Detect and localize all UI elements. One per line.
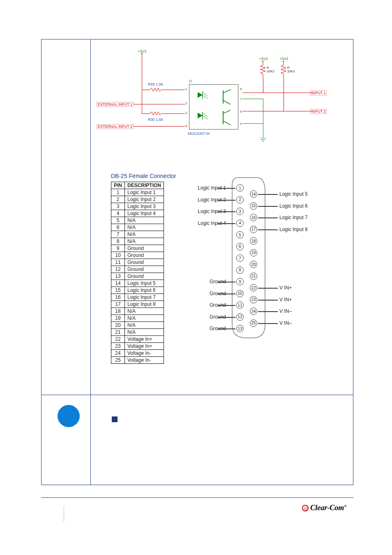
pin-cell: 14 [111,280,125,287]
desc-cell: Ground [125,259,164,266]
desc-cell: Voltage In- [125,357,164,364]
table-row: 21N/A [111,329,164,336]
table-row: 7N/A [111,231,164,238]
connector-label-right: Logic Input 8 [279,227,329,232]
brand-logo: Clear-Com® [302,504,347,512]
table-row: 2Logic Input 2 [111,196,164,203]
connector-pin: 10 [236,290,244,297]
pin-cell: 7 [111,231,125,238]
footer-rule [41,497,353,498]
table-row: 3Logic Input 3 [111,203,164,210]
brand-name: Clear-Com® [310,504,347,512]
out2-wire [242,111,312,111]
table-row: 19N/A [111,315,164,322]
connector-pin: 8 [236,266,244,274]
desc-cell: N/A [125,217,164,224]
pin-cell: 19 [111,315,125,322]
connector-pin: 9 [236,278,244,285]
connector-pin: 2 [236,196,244,204]
connector-lead [258,300,278,301]
rail-node [141,53,143,54]
rail-label-mid: +3V3 [259,57,267,61]
ic-pin-1: 1 [185,87,187,91]
connector-lead [218,317,235,318]
out2-vwire [284,79,284,111]
desc-cell: N/A [125,329,164,336]
table-row: 5N/A [111,217,164,224]
pin-cell: 3 [111,203,125,210]
pin-cell: 25 [111,357,125,364]
svg-line-13 [223,100,231,104]
connector-lead [218,294,235,294]
connector-pin: 7 [236,254,244,262]
ic-pin-5: 5 [240,122,242,126]
desc-cell: Logic Input 3 [125,203,164,210]
connector-pin: 14 [250,190,257,198]
ic-ref: U [189,79,192,83]
connector-pin: 1 [236,184,244,192]
connector-pin: 22 [250,284,257,291]
connector-lead [258,194,278,195]
r29-wire-out [161,90,185,90]
connector-label-right: Logic Input 6 [279,203,329,209]
pin-cell: 10 [111,252,125,259]
out1-vwire [263,79,263,92]
pin-cell: 1 [111,189,125,196]
pin-header-pin: PIN [111,182,125,189]
desc-cell: Ground [125,252,164,259]
connector-label-right: V IN+ [279,297,329,303]
pin-cell: 12 [111,266,125,273]
connector-label-right: Logic Input 7 [279,215,329,220]
svg-line-15 [223,110,231,113]
brand-text: Clear-Com [310,504,344,512]
pullup-label-left: R 33K2 [267,66,274,73]
desc-cell: N/A [125,308,164,315]
extin2-wire [134,126,185,127]
desc-cell: Ground [125,266,164,273]
r30-icon [150,112,161,115]
pin-cell: 2 [111,196,125,203]
r29-icon [150,88,161,91]
table-row: 1Logic Input 1 [111,189,164,196]
table-row: 12Ground [111,266,164,273]
connector-pin: 24 [250,308,257,315]
pullup-label-right: R 33K2 [287,66,295,73]
connector-lead [218,282,235,282]
table-row: 22Voltage In+ [111,336,164,343]
table-row: 6N/A [111,224,164,231]
connector-lead [258,229,278,230]
connector-lead [258,206,278,207]
photo-tr1-icon [218,88,235,106]
pin-cell: 5 [111,217,125,224]
ext-input1-label: EXTERNAL INPUT 1 [97,102,134,107]
pin-cell: 15 [111,287,125,294]
table-row: 23Voltage In+ [111,343,164,350]
connector-pin: 5 [236,231,244,238]
pin-cell: 17 [111,301,125,308]
r30-wire-in [142,113,150,114]
ic-part: MOCD207-M [188,132,210,136]
led1-icon [194,89,210,105]
table-row: 8N/A [111,238,164,245]
photo-tr2-icon [218,109,235,127]
connector-pin: 4 [236,220,244,227]
rail-node [262,61,263,62]
desc-cell: Voltage In+ [125,343,164,350]
connector-pin: 11 [236,301,244,309]
ic-pin-2: 2 [185,102,187,105]
table-row: 25Voltage In- [111,357,164,364]
sidebar-rule [90,39,91,485]
connector-pin: 3 [236,208,244,215]
connector-lead [218,188,235,189]
ic-pin-4: 4 [185,124,187,128]
connector-lead [218,200,235,201]
brand-reg: ® [344,504,347,508]
pin-cell: 18 [111,308,125,315]
connector-pin: 13 [236,325,244,332]
connector-lead [218,328,235,329]
connector-lead [258,323,278,324]
desc-cell: Logic Input 1 [125,189,164,196]
ic-pin-8: 8 [240,87,242,91]
connector-shell-icon [230,177,267,339]
connector-pin: 6 [236,243,244,250]
